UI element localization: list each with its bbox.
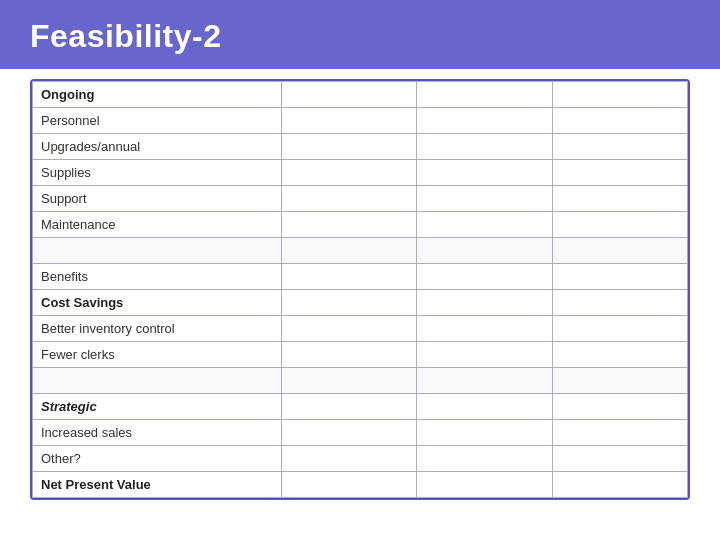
row-label: Upgrades/annual bbox=[33, 134, 282, 160]
data-cell bbox=[552, 82, 687, 108]
row-label: Benefits bbox=[33, 264, 282, 290]
table-row bbox=[33, 368, 688, 394]
data-cell bbox=[281, 472, 416, 498]
row-label: Fewer clerks bbox=[33, 342, 282, 368]
row-label: Better inventory control bbox=[33, 316, 282, 342]
row-label: Strategic bbox=[33, 394, 282, 420]
data-cell bbox=[281, 316, 416, 342]
table-row: Personnel bbox=[33, 108, 688, 134]
row-label: Net Present Value bbox=[33, 472, 282, 498]
data-cell bbox=[417, 108, 552, 134]
data-cell bbox=[552, 186, 687, 212]
data-cell bbox=[417, 446, 552, 472]
row-label: Cost Savings bbox=[33, 290, 282, 316]
data-cell bbox=[552, 290, 687, 316]
slide-header: Feasibility-2 bbox=[0, 0, 720, 69]
data-cell bbox=[417, 290, 552, 316]
data-cell bbox=[281, 212, 416, 238]
row-label: Personnel bbox=[33, 108, 282, 134]
table-row: Upgrades/annual bbox=[33, 134, 688, 160]
data-cell bbox=[417, 238, 552, 264]
data-cell bbox=[552, 134, 687, 160]
table-row: Ongoing bbox=[33, 82, 688, 108]
row-label: Support bbox=[33, 186, 282, 212]
data-cell bbox=[552, 472, 687, 498]
slide-title: Feasibility-2 bbox=[30, 18, 690, 55]
data-cell bbox=[281, 160, 416, 186]
data-cell bbox=[281, 342, 416, 368]
table-row: Benefits bbox=[33, 264, 688, 290]
row-label bbox=[33, 368, 282, 394]
data-cell bbox=[552, 342, 687, 368]
row-label: Other? bbox=[33, 446, 282, 472]
data-cell bbox=[552, 212, 687, 238]
data-cell bbox=[417, 160, 552, 186]
data-cell bbox=[281, 186, 416, 212]
data-cell bbox=[417, 316, 552, 342]
row-label: Maintenance bbox=[33, 212, 282, 238]
table-row bbox=[33, 238, 688, 264]
data-cell bbox=[417, 394, 552, 420]
data-cell bbox=[552, 368, 687, 394]
data-cell bbox=[552, 394, 687, 420]
table-row: Fewer clerks bbox=[33, 342, 688, 368]
row-label: Supplies bbox=[33, 160, 282, 186]
data-cell bbox=[281, 394, 416, 420]
data-cell bbox=[552, 420, 687, 446]
data-cell bbox=[281, 108, 416, 134]
table-row: Cost Savings bbox=[33, 290, 688, 316]
row-label: Increased sales bbox=[33, 420, 282, 446]
data-cell bbox=[417, 420, 552, 446]
data-cell bbox=[417, 368, 552, 394]
data-cell bbox=[417, 186, 552, 212]
data-cell bbox=[281, 238, 416, 264]
table-row: Maintenance bbox=[33, 212, 688, 238]
content-area: OngoingPersonnelUpgrades/annualSuppliesS… bbox=[0, 69, 720, 510]
data-cell bbox=[417, 342, 552, 368]
data-cell bbox=[281, 290, 416, 316]
table-row: Increased sales bbox=[33, 420, 688, 446]
slide: Feasibility-2 OngoingPersonnelUpgrades/a… bbox=[0, 0, 720, 540]
data-cell bbox=[552, 160, 687, 186]
table-row: Better inventory control bbox=[33, 316, 688, 342]
data-cell bbox=[281, 134, 416, 160]
data-cell bbox=[552, 108, 687, 134]
row-label: Ongoing bbox=[33, 82, 282, 108]
table-row: Strategic bbox=[33, 394, 688, 420]
data-cell bbox=[281, 420, 416, 446]
data-cell bbox=[552, 264, 687, 290]
data-cell bbox=[417, 264, 552, 290]
data-cell bbox=[417, 212, 552, 238]
table-row: Net Present Value bbox=[33, 472, 688, 498]
row-label bbox=[33, 238, 282, 264]
table-row: Other? bbox=[33, 446, 688, 472]
data-cell bbox=[417, 134, 552, 160]
data-cell bbox=[281, 264, 416, 290]
data-cell bbox=[552, 446, 687, 472]
data-cell bbox=[281, 446, 416, 472]
data-cell bbox=[552, 238, 687, 264]
feasibility-table: OngoingPersonnelUpgrades/annualSuppliesS… bbox=[32, 81, 688, 498]
data-cell bbox=[281, 368, 416, 394]
data-cell bbox=[552, 316, 687, 342]
data-cell bbox=[281, 82, 416, 108]
feasibility-table-container: OngoingPersonnelUpgrades/annualSuppliesS… bbox=[30, 79, 690, 500]
data-cell bbox=[417, 82, 552, 108]
table-row: Support bbox=[33, 186, 688, 212]
data-cell bbox=[417, 472, 552, 498]
table-row: Supplies bbox=[33, 160, 688, 186]
